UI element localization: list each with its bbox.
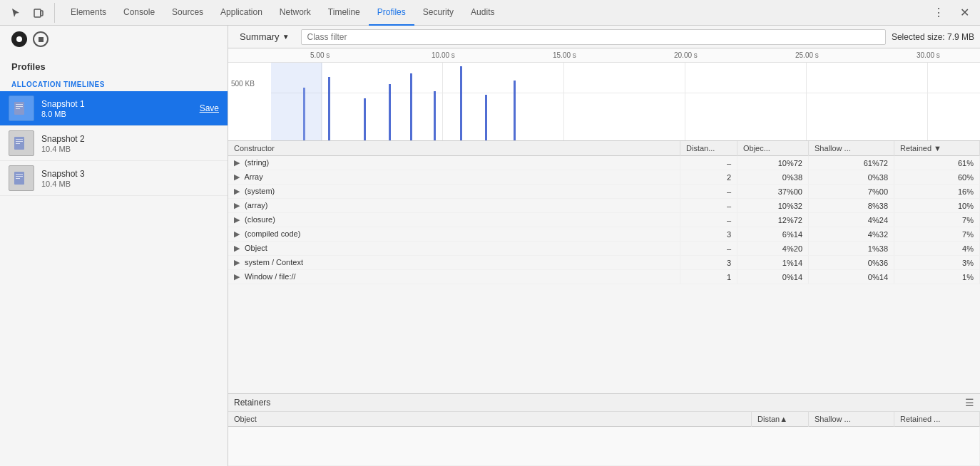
table-row[interactable]: ▶ Object – 4%20 1%38 4%	[228, 242, 980, 256]
snapshot-icon-2	[9, 130, 34, 156]
grid-20s	[685, 63, 685, 141]
tab-console[interactable]: Console	[115, 0, 163, 26]
cell-distance: 3	[680, 256, 737, 270]
cell-objects: 10%32	[737, 199, 809, 213]
retainers-table: Object Distan▲ Shallow ... Retained ...	[228, 412, 980, 466]
table-row[interactable]: ▶ Window / file:// 1 0%14 0%14 1%	[228, 270, 980, 284]
tab-sources[interactable]: Sources	[163, 0, 212, 26]
table-header-row: Constructor Distan... Objec... Shallow .…	[228, 141, 980, 156]
table-row[interactable]: ▶ (closure) – 12%72 4%24 7%	[228, 213, 980, 227]
close-icon[interactable]: ✕	[954, 3, 974, 23]
retainers-col-distance[interactable]: Distan▲	[752, 412, 809, 427]
col-header-retained[interactable]: Retained ▼	[894, 141, 980, 156]
tab-timeline[interactable]: Timeline	[320, 0, 369, 26]
svg-rect-15	[16, 178, 20, 179]
tool-icons	[6, 3, 55, 23]
table-row[interactable]: ▶ Array 2 0%38 0%38 60%	[228, 170, 980, 185]
save-link[interactable]: Save	[200, 103, 219, 113]
table-row[interactable]: ▶ (string) – 10%72 61%72 61%	[228, 156, 980, 170]
expand-arrow-icon[interactable]: ▶	[234, 172, 243, 182]
tab-audits[interactable]: Audits	[462, 0, 503, 26]
table-row[interactable]: ▶ (compiled code) 3 6%14 4%32 7%	[228, 227, 980, 242]
cell-constructor: ▶ Window / file://	[228, 270, 680, 284]
retainers-col-shallow[interactable]: Shallow ...	[809, 412, 894, 427]
expand-arrow-icon[interactable]: ▶	[234, 244, 243, 253]
grid-10s	[442, 63, 443, 141]
cell-constructor: ▶ Array	[228, 170, 680, 185]
svg-rect-3	[39, 37, 44, 42]
col-header-constructor[interactable]: Constructor	[228, 141, 680, 156]
cell-retained: 4%	[894, 242, 980, 256]
grid-line-h	[271, 93, 980, 93]
snapshot-item-2[interactable]: Snapshot 2 10.4 MB	[0, 126, 228, 161]
snapshot-item-3[interactable]: Snapshot 3 10.4 MB	[0, 161, 228, 196]
expand-arrow-icon[interactable]: ▶	[234, 158, 243, 167]
selection-region	[271, 63, 322, 141]
cell-objects: 6%14	[737, 227, 809, 242]
cell-objects: 37%00	[737, 185, 809, 199]
top-bar: Elements Console Sources Application Net…	[0, 0, 980, 26]
expand-arrow-icon[interactable]: ▶	[234, 187, 243, 196]
cursor-icon[interactable]	[6, 3, 26, 23]
expand-arrow-icon[interactable]: ▶	[234, 258, 243, 267]
cell-distance: 2	[680, 170, 737, 185]
record-button[interactable]	[11, 31, 27, 47]
col-header-distance[interactable]: Distan...	[680, 141, 737, 156]
snapshot-info-1: Snapshot 1 8.0 MB	[41, 99, 193, 118]
bar-3	[364, 98, 366, 141]
snapshot-info-2: Snapshot 2 10.4 MB	[41, 134, 219, 153]
snapshot-item-1[interactable]: Snapshot 1 8.0 MB Save	[0, 91, 228, 126]
cell-constructor: ▶ (string)	[228, 156, 680, 170]
ruler-tick-1: 5.00 s	[310, 51, 330, 59]
retainers-col-object[interactable]: Object	[228, 412, 752, 427]
device-icon[interactable]	[29, 3, 49, 23]
retainers-col-retained[interactable]: Retained ...	[894, 412, 980, 427]
cell-shallow: 0%38	[809, 170, 894, 185]
cell-retained: 3%	[894, 256, 980, 270]
stop-button[interactable]	[33, 31, 49, 47]
cell-objects: 4%20	[737, 242, 809, 256]
retainers-title: Retainers	[234, 398, 270, 408]
col-header-shallow[interactable]: Shallow ...	[809, 141, 894, 156]
retainers-header: Retainers ☰	[228, 394, 980, 412]
retainers-section: Retainers ☰ Object Distan▲ Shallow ... R…	[228, 393, 980, 466]
ruler-tick-2: 10.00 s	[432, 51, 455, 59]
cell-objects: 0%38	[737, 170, 809, 185]
tab-profiles[interactable]: Profiles	[369, 0, 414, 26]
retainers-table-body	[228, 427, 980, 466]
table-row[interactable]: ▶ (system) – 37%00 7%00 16%	[228, 185, 980, 199]
ruler-tick-3: 15.00 s	[553, 51, 576, 59]
tab-security[interactable]: Security	[414, 0, 462, 26]
class-filter-input[interactable]	[301, 29, 886, 45]
tab-network[interactable]: Network	[271, 0, 320, 26]
bar-4	[389, 84, 391, 141]
cell-shallow: 7%00	[809, 185, 894, 199]
cell-constructor: ▶ (compiled code)	[228, 227, 680, 242]
topbar-right: ⋮ ✕	[929, 3, 974, 23]
more-options-icon[interactable]: ⋮	[929, 3, 949, 23]
table-row[interactable]: ▶ (array) – 10%32 8%38 10%	[228, 199, 980, 213]
retainers-menu-icon[interactable]: ☰	[965, 397, 974, 408]
content-area: Summary ▼ Selected size: 7.9 MB 5.00 s 1…	[228, 26, 980, 466]
tab-elements[interactable]: Elements	[62, 0, 115, 26]
y-axis-label: 500 KB	[231, 80, 255, 120]
expand-arrow-icon[interactable]: ▶	[234, 272, 243, 281]
cell-shallow: 1%38	[809, 242, 894, 256]
svg-rect-10	[16, 141, 23, 142]
table-row[interactable]: ▶ system / Context 3 1%14 0%36 3%	[228, 256, 980, 270]
summary-dropdown[interactable]: Summary ▼	[234, 30, 295, 43]
cell-retained: 16%	[894, 185, 980, 199]
ruler-tick-4: 20.00 s	[674, 51, 698, 59]
expand-arrow-icon[interactable]: ▶	[234, 215, 243, 224]
sidebar-section-title: ALLOCATION TIMELINES	[0, 75, 228, 91]
col-header-objects[interactable]: Objec...	[737, 141, 809, 156]
sidebar: Profiles ALLOCATION TIMELINES Snapshot 1…	[0, 26, 228, 466]
expand-arrow-icon[interactable]: ▶	[234, 229, 243, 239]
retainers-empty-row	[228, 427, 980, 466]
bar-7	[460, 66, 462, 141]
tab-application[interactable]: Application	[212, 0, 271, 26]
expand-arrow-icon[interactable]: ▶	[234, 201, 243, 210]
bar-5	[410, 73, 412, 141]
dropdown-arrow-icon: ▼	[282, 33, 290, 41]
cell-shallow: 0%36	[809, 256, 894, 270]
